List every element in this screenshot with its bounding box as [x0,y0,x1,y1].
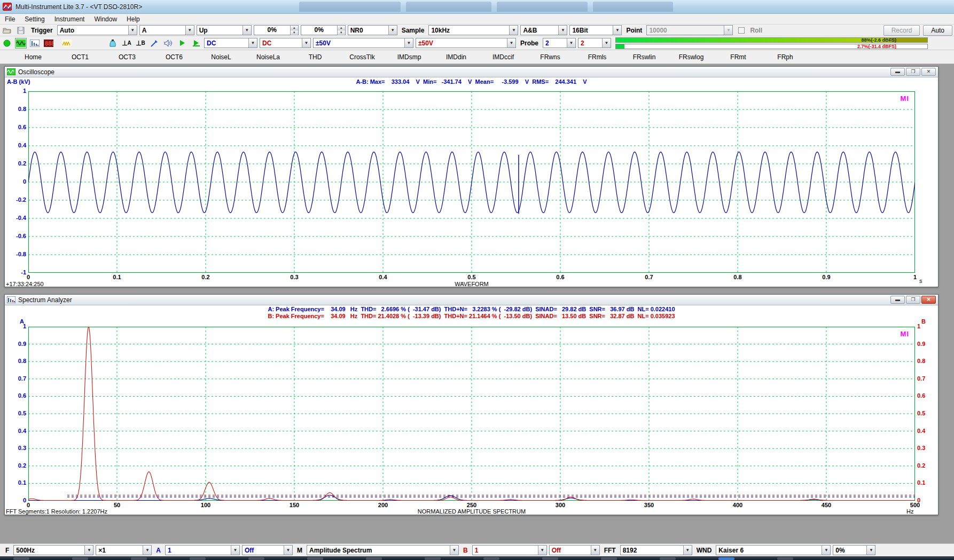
b-value-select[interactable]: 1▼ [472,545,547,555]
probe-b-select[interactable]: 2▼ [578,38,611,48]
chevron-down-icon[interactable]: ▼ [509,26,518,35]
panel-tab-home[interactable]: Home [10,53,57,61]
restore-icon[interactable]: ❐ [906,68,920,76]
close-icon[interactable]: ✕ [921,68,936,76]
panel-tab-crosstlk[interactable]: CrossTlk [339,53,386,61]
panel-tab-frmt[interactable]: FRmt [715,53,762,61]
chevron-down-icon[interactable]: ▼ [613,26,621,35]
save-icon[interactable] [15,25,27,36]
menu-item-window[interactable]: Window [89,14,122,24]
trigger-level-b-icon[interactable]: ⊥B [135,38,146,49]
chevron-down-icon[interactable]: ▼ [248,38,257,48]
chevron-down-icon[interactable]: ▼ [284,546,292,555]
a-value-select[interactable]: 1▼ [165,545,240,555]
run-icon[interactable] [176,38,188,49]
panel-tab-frph[interactable]: FRph [762,53,809,61]
chevron-down-icon[interactable]: ▼ [128,26,137,35]
range-b-select[interactable]: ±50V▼ [416,38,516,48]
chevron-down-icon[interactable]: ▼ [683,546,692,555]
view-mode-select[interactable]: Amplitude Spectrum▼ [307,545,459,555]
taskbar-item[interactable] [601,557,617,560]
panel-tab-thd[interactable]: THD [292,53,339,61]
coupling-a-select[interactable]: DC▼ [204,38,257,48]
chevron-down-icon[interactable]: ▼ [558,26,567,35]
panel-tab-imdsmp[interactable]: IMDsmp [386,53,433,61]
taskbar-item[interactable] [190,557,206,560]
a-mode-select[interactable]: Off▼ [242,545,293,555]
chevron-down-icon[interactable]: ▼ [507,38,515,48]
trigger-level-a-icon[interactable]: ⊥A [121,38,132,49]
taskbar-item[interactable] [425,557,441,560]
window-function-select[interactable]: Kaiser 6▼ [716,545,831,555]
oscilloscope-icon[interactable] [15,38,27,49]
spin-down-icon[interactable]: ▼ [291,30,298,35]
fft-size-select[interactable]: 8192▼ [620,545,692,555]
chevron-down-icon[interactable]: ▼ [602,38,611,48]
taskbar-item[interactable] [718,557,734,560]
spin-down-icon[interactable]: ▼ [338,30,345,35]
taskbar-item[interactable] [542,557,558,560]
auto-button[interactable]: Auto [923,25,952,36]
chevron-down-icon[interactable]: ▼ [388,26,397,35]
minimize-icon[interactable]: ▬ [890,68,905,76]
trigger-edge-select[interactable]: Up▼ [197,25,252,35]
menu-item-help[interactable]: Help [122,14,145,24]
chevron-down-icon[interactable]: ▼ [302,38,310,48]
multiplier-select[interactable]: ×1▼ [96,545,152,555]
panel-tab-frswlin[interactable]: FRswlin [621,53,668,61]
minimize-icon[interactable]: ▬ [890,296,905,304]
chevron-down-icon[interactable]: ▼ [567,38,575,48]
chevron-down-icon[interactable]: ▼ [143,546,151,555]
menu-item-setting[interactable]: Setting [20,14,49,24]
taskbar-item[interactable] [483,557,499,560]
trigger-mode-select[interactable]: Auto▼ [57,25,137,35]
panel-tab-frwns[interactable]: FRwns [527,53,574,61]
bit-depth-select[interactable]: 16Bit▼ [569,25,622,35]
panel-tab-noisela[interactable]: NoiseLa [245,53,292,61]
panel-tab-oct1[interactable]: OCT1 [57,53,104,61]
probe-a-select[interactable]: 2▼ [543,38,576,48]
signal-generator-icon[interactable] [107,38,119,49]
chevron-down-icon[interactable]: ▼ [404,38,413,48]
menu-item-instrument[interactable]: Instrument [50,14,90,24]
sample-rate-select[interactable]: 10kHz▼ [428,25,518,35]
trigger-delay-stepper[interactable]: 0% ▲▼ [301,25,346,35]
sound-output-icon[interactable] [162,38,174,49]
panel-tab-imddin[interactable]: IMDdin [433,53,480,61]
open-file-icon[interactable] [1,25,13,36]
spectrum-analyzer-icon[interactable] [29,38,41,49]
taskbar-item[interactable] [72,557,88,560]
chevron-down-icon[interactable]: ▼ [84,546,93,555]
spectrum-plot[interactable] [28,327,915,501]
taskbar-item[interactable] [366,557,382,560]
probe-calibration-icon[interactable] [148,38,160,49]
chevron-down-icon[interactable]: ▼ [822,546,830,555]
taskbar-item[interactable] [660,557,676,560]
chevron-down-icon[interactable]: ▼ [538,546,546,555]
spectrum-3d-plot-icon[interactable] [61,38,73,49]
oscilloscope-titlebar[interactable]: Oscilloscope ▬ ❐ ✕ [5,67,938,77]
taskbar-item[interactable] [131,557,147,560]
chevron-down-icon[interactable]: ▼ [866,546,875,555]
oscilloscope-plot[interactable] [28,91,915,273]
overlap-select[interactable]: 0%▼ [833,545,875,555]
panel-tab-oct6[interactable]: OCT6 [151,53,198,61]
noise-rejection-select[interactable]: NR0▼ [348,25,397,35]
restore-icon[interactable]: ❐ [906,296,920,304]
coupling-b-select[interactable]: DC▼ [260,38,311,48]
spin-up-icon[interactable]: ▲ [291,26,298,30]
chevron-down-icon[interactable]: ▼ [450,546,458,555]
panel-tab-imdccif[interactable]: IMDccif [480,53,527,61]
close-icon[interactable]: ✕ [921,296,936,304]
panel-tab-noisel[interactable]: NoiseL [198,53,245,61]
taskbar-item[interactable] [777,557,793,560]
chevron-down-icon[interactable]: ▼ [231,546,239,555]
panel-tab-frmls[interactable]: FRmls [574,53,621,61]
chevron-down-icon[interactable]: ▼ [243,26,251,35]
range-a-select[interactable]: ±50V▼ [313,38,413,48]
channels-select[interactable]: A&B▼ [520,25,567,35]
frequency-select[interactable]: 500Hz▼ [13,545,93,555]
menu-item-file[interactable]: File [0,14,20,24]
taskbar-item[interactable] [248,557,264,560]
taskbar-item[interactable] [307,557,323,560]
